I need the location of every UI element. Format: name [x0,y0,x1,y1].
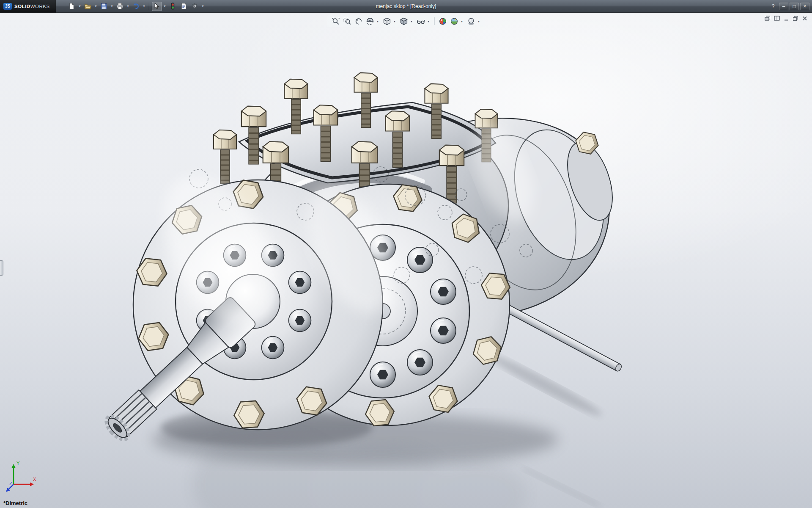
dropdown-caret[interactable]: ▾ [427,19,431,23]
view-orientation-button[interactable] [381,16,392,26]
close-document-icon[interactable] [801,15,809,22]
print-button[interactable] [115,2,125,11]
open-folder-icon [84,3,91,10]
axis-y-label: Y [16,461,20,466]
minimize-button[interactable]: – [779,3,788,10]
undo-button[interactable] [131,2,141,11]
dropdown-caret[interactable]: ▾ [78,4,82,8]
select-cursor-icon [153,3,160,10]
axis-x-label: X [33,477,36,482]
main-toolbar: ▾ ▾ ▾ ▾ ▾ ▾ ▾ [67,2,205,11]
new-document-icon [68,3,75,10]
view-orientation-cube-icon [383,17,391,25]
zoom-to-area-button[interactable] [342,16,353,26]
save-floppy-icon [100,3,107,10]
cascade-windows-icon[interactable] [764,15,771,22]
hide-show-items-button[interactable] [415,16,426,26]
toolbar-separator [434,17,435,25]
display-style-button[interactable] [398,16,409,26]
options-button[interactable] [190,2,200,11]
select-button[interactable] [152,2,162,11]
options-gear-icon [191,3,198,10]
dropdown-caret[interactable]: ▾ [393,19,397,23]
printer-icon [116,3,123,10]
view-settings-shadow-icon [467,17,475,25]
restore-document-icon[interactable] [792,15,799,22]
rebuild-button[interactable] [168,2,178,11]
previous-view-icon [354,17,362,25]
minimize-document-icon[interactable] [782,15,790,22]
section-view-button[interactable] [365,16,376,26]
title-bar: 3S SOLIDWORKS menjac sklop * [Read-only]… [0,0,812,13]
zoom-to-fit-button[interactable] [330,16,341,26]
dropdown-caret[interactable]: ▾ [94,4,98,8]
dropdown-caret[interactable]: ▾ [477,19,481,23]
dropdown-caret[interactable]: ▾ [110,4,114,8]
heads-up-view-toolbar: ▾ ▾ ▾ ▾ ▾ ▾ [327,15,486,27]
edit-appearance-sphere-icon [439,17,447,25]
view-orientation-label: *Dimetric [3,500,27,506]
application-logo: 3S SOLIDWORKS [0,0,56,13]
hex-bolt[interactable] [214,130,236,184]
document-window-controls [764,15,809,22]
close-button[interactable]: × [800,3,809,10]
apply-scene-button[interactable] [449,16,460,26]
window-controls: ? – □ × [768,3,812,10]
dassault-3ds-logo-icon: 3S [3,3,12,10]
zoom-to-area-icon [343,17,351,25]
dropdown-caret[interactable]: ▾ [410,19,414,23]
dropdown-caret[interactable]: ▾ [163,4,167,8]
file-properties-icon [180,3,187,10]
apply-scene-icon [450,17,458,25]
reference-triad: Y X Z [5,460,39,494]
dropdown-caret[interactable]: ▾ [460,19,464,23]
previous-view-button[interactable] [353,16,364,26]
hide-show-glasses-icon [417,17,425,25]
solidworks-window: 3S SOLIDWORKS menjac sklop * [Read-only]… [0,0,812,508]
new-document-button[interactable] [67,2,77,11]
save-button[interactable] [99,2,109,11]
file-properties-button[interactable] [179,2,189,11]
dropdown-caret[interactable]: ▾ [126,4,130,8]
graphics-viewport[interactable]: ▾ ▾ ▾ ▾ ▾ ▾ [0,13,812,508]
dropdown-caret[interactable]: ▾ [142,4,146,8]
zoom-to-fit-icon [332,17,340,25]
section-view-icon [366,17,374,25]
display-style-icon [400,17,408,25]
restore-button[interactable]: □ [790,3,799,10]
edit-appearance-button[interactable] [437,16,448,26]
toolbar-separator [149,3,149,10]
open-button[interactable] [83,2,93,11]
output-rod[interactable] [497,301,623,372]
rebuild-traffic-light-icon [169,3,176,10]
brand-name: SOLIDWORKS [14,4,50,9]
gearbox-assembly-model[interactable] [0,13,812,508]
undo-arrow-icon [132,3,140,10]
tile-windows-icon[interactable] [773,15,781,22]
dropdown-caret[interactable]: ▾ [376,19,380,23]
help-button[interactable]: ? [768,3,778,10]
axis-z-label: Z [9,481,12,486]
dropdown-caret[interactable]: ▾ [201,4,205,8]
view-settings-button[interactable] [466,16,477,26]
